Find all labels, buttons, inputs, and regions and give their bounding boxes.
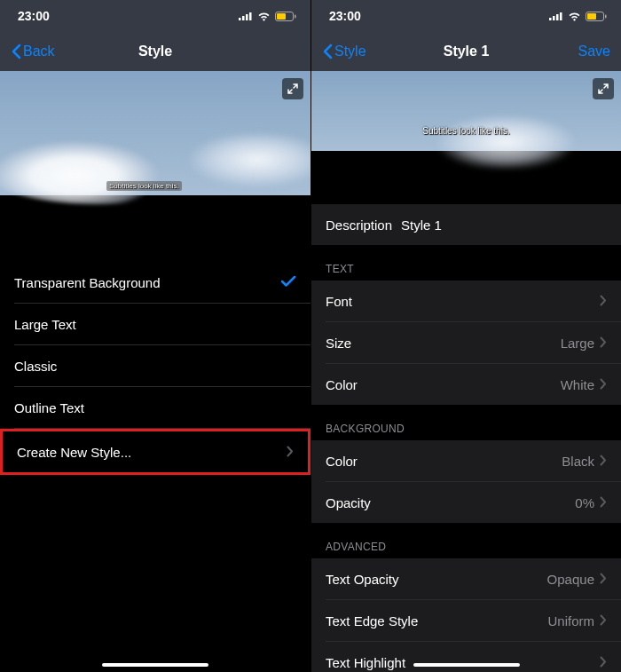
font-label: Font: [326, 294, 352, 309]
option-label: Outline Text: [14, 400, 84, 415]
bg-opacity-row[interactable]: Opacity 0%: [311, 482, 621, 523]
expand-button[interactable]: [593, 78, 614, 99]
nav-bar: Style Style 1 Save: [311, 32, 621, 71]
create-new-style-button[interactable]: Create New Style...: [3, 431, 308, 472]
signal-icon: [239, 12, 253, 20]
chevron-right-icon: [600, 613, 607, 629]
status-bar: 23:00: [0, 0, 310, 32]
chevron-right-icon: [287, 445, 294, 460]
screen-style-editor: 23:00 Style Style 1 Save Subtitles look …: [310, 0, 621, 672]
chevron-right-icon: [600, 495, 607, 510]
nav-bar: Back Style: [0, 32, 310, 71]
subtitle-preview: Subtitles look like this.: [311, 71, 621, 195]
home-indicator[interactable]: [102, 663, 208, 667]
svg-rect-7: [549, 18, 552, 20]
bg-color-value: Black: [562, 454, 594, 469]
svg-rect-1: [242, 16, 245, 20]
text-highlight-label: Text Highlight: [326, 655, 405, 670]
section-header-advanced: Advanced: [311, 523, 621, 558]
svg-rect-10: [560, 12, 562, 20]
text-highlight-row[interactable]: Text Highlight: [311, 642, 621, 672]
back-label: Back: [23, 43, 55, 59]
size-value: Large: [561, 336, 594, 351]
svg-rect-9: [556, 14, 559, 20]
style-option-classic[interactable]: Classic: [0, 345, 310, 386]
font-row[interactable]: Font: [311, 281, 621, 321]
svg-rect-3: [249, 12, 252, 20]
checkmark-icon: [280, 273, 296, 292]
chevron-right-icon: [600, 294, 607, 309]
subtitle-sample-text: Subtitles look like this.: [422, 126, 509, 136]
wifi-icon: [568, 12, 581, 21]
back-label: Style: [334, 43, 366, 59]
section-header-background: Background: [311, 405, 621, 440]
battery-icon: [275, 12, 296, 21]
chevron-right-icon: [600, 336, 607, 351]
bg-color-row[interactable]: Color Black: [311, 440, 621, 481]
text-opacity-label: Text Opacity: [326, 572, 399, 587]
chevron-left-icon: [322, 43, 333, 59]
expand-icon: [287, 83, 299, 95]
style-settings-list[interactable]: Description Style 1 Text Font Size Large…: [311, 195, 621, 672]
option-label: Classic: [14, 359, 57, 374]
description-row[interactable]: Description Style 1: [311, 204, 621, 245]
status-indicators: [239, 12, 296, 21]
svg-rect-12: [587, 13, 596, 20]
svg-rect-8: [553, 16, 555, 20]
svg-rect-13: [605, 14, 607, 18]
create-new-style-highlight: Create New Style...: [0, 429, 310, 475]
chevron-left-icon: [11, 43, 21, 59]
subtitle-preview: Subtitles look like this.: [0, 71, 310, 213]
description-label: Description: [326, 217, 392, 233]
bg-opacity-label: Opacity: [326, 495, 371, 510]
status-indicators: [549, 12, 607, 21]
bg-color-label: Color: [326, 454, 358, 469]
text-color-value: White: [561, 377, 594, 392]
text-edge-style-row[interactable]: Text Edge Style Uniform: [311, 600, 621, 641]
subtitle-sample-text: Subtitles look like this.: [106, 181, 182, 191]
page-title: Style: [138, 43, 172, 59]
svg-rect-5: [277, 13, 286, 20]
style-option-large-text[interactable]: Large Text: [0, 304, 310, 344]
preview-sky: [0, 71, 310, 195]
home-indicator[interactable]: [413, 663, 520, 667]
size-label: Size: [326, 336, 351, 351]
chevron-right-icon: [600, 655, 607, 670]
save-button[interactable]: Save: [566, 43, 610, 59]
size-row[interactable]: Size Large: [311, 322, 621, 363]
section-header-text: Text: [311, 245, 621, 281]
bg-opacity-value: 0%: [575, 495, 594, 510]
wifi-icon: [257, 12, 271, 21]
create-new-label: Create New Style...: [17, 445, 131, 460]
style-option-transparent-background[interactable]: Transparent Background: [0, 262, 310, 303]
status-time: 23:00: [18, 9, 50, 23]
text-color-row[interactable]: Color White: [311, 364, 621, 405]
back-button[interactable]: Back: [11, 43, 73, 59]
chevron-right-icon: [600, 572, 607, 587]
screen-style-list: 23:00 Back Style Subtitles look like thi…: [0, 0, 310, 672]
style-options-list: Transparent Background Large Text Classi…: [0, 262, 310, 475]
text-opacity-row[interactable]: Text Opacity Opaque: [311, 558, 621, 599]
style-option-outline-text[interactable]: Outline Text: [0, 387, 310, 428]
chevron-right-icon: [600, 454, 607, 469]
battery-icon: [586, 12, 607, 21]
text-color-label: Color: [326, 377, 358, 392]
svg-rect-6: [295, 14, 296, 18]
page-title: Style 1: [444, 43, 490, 59]
expand-button[interactable]: [282, 78, 303, 99]
back-button[interactable]: Style: [322, 43, 384, 59]
svg-rect-2: [246, 14, 248, 20]
text-opacity-value: Opaque: [547, 572, 594, 587]
status-bar: 23:00: [311, 0, 621, 32]
option-label: Transparent Background: [14, 275, 161, 290]
description-value: Style 1: [401, 217, 442, 233]
svg-rect-0: [239, 18, 241, 20]
chevron-right-icon: [600, 377, 607, 392]
preview-sky: [311, 71, 621, 151]
edge-style-label: Text Edge Style: [326, 613, 418, 629]
expand-icon: [597, 83, 609, 95]
status-time: 23:00: [329, 9, 361, 23]
option-label: Large Text: [14, 317, 76, 332]
edge-style-value: Uniform: [547, 613, 594, 629]
signal-icon: [549, 12, 563, 20]
